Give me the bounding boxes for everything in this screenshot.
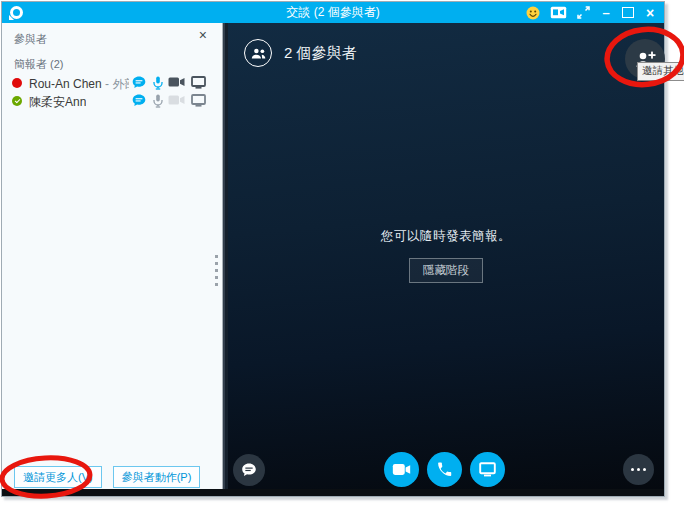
video-camera-icon (168, 76, 185, 88)
status-available-icon (12, 96, 22, 106)
im-icon (132, 94, 146, 107)
participant-count-label: 2 個參與者 (284, 44, 357, 63)
titlebar: 交談 (2 個參與者) – × (2, 2, 664, 23)
status-busy-icon (12, 78, 22, 88)
call-monitor-icon[interactable] (550, 6, 567, 19)
panel-close-icon[interactable]: × (199, 28, 207, 42)
monitor-icon (191, 76, 206, 89)
call-button[interactable] (427, 452, 462, 487)
stage-message: 您可以隨時發表簡報。 (228, 228, 664, 245)
meeting-stage: 2 個參與者 您可以隨時發表簡報。 隱藏階段 (228, 23, 664, 489)
fullscreen-icon[interactable] (577, 6, 590, 19)
minimize-button[interactable]: – (600, 8, 612, 18)
im-icon (132, 76, 146, 89)
participant-row[interactable]: Rou-An Chen - 外部網路 (2, 73, 222, 93)
participant-actions-button[interactable]: 參與者動作(P) (113, 466, 201, 488)
invite-tooltip: 邀請其他人 (637, 62, 684, 81)
participant-row[interactable]: 陳柔安Ann (2, 91, 222, 111)
participant-name: Rou-An Chen (29, 77, 102, 91)
panel-title: 參與者 (14, 32, 47, 47)
window-bottom-edge (2, 489, 664, 496)
presenters-group-label: 簡報者 (2) (14, 57, 64, 72)
participant-name: 陳柔安Ann (29, 95, 86, 109)
close-button[interactable]: × (644, 5, 656, 21)
more-options-button[interactable] (623, 454, 654, 485)
smiley-icon[interactable] (526, 6, 540, 20)
invite-more-people-button[interactable]: 邀請更多人(V) (14, 466, 102, 488)
ellipsis-icon (631, 468, 646, 471)
hide-stage-button[interactable]: 隱藏階段 (409, 258, 483, 283)
participant-suffix: - 外部網路 (102, 77, 129, 91)
im-toggle-button[interactable] (233, 454, 265, 486)
people-group-icon (244, 39, 272, 67)
maximize-button[interactable] (622, 7, 634, 18)
video-camera-off-icon (168, 94, 185, 106)
monitor-icon (191, 94, 206, 107)
mic-muted-icon (153, 94, 163, 108)
mic-icon (153, 76, 163, 90)
conversation-window: 交談 (2 個參與者) – × 參與者 × 簡報者 (2) Rou-A (1, 1, 665, 497)
participants-panel: 參與者 × 簡報者 (2) Rou-An Chen - 外部網路 (2, 23, 222, 489)
video-call-button[interactable] (384, 452, 419, 487)
present-button[interactable] (470, 452, 505, 487)
panel-resize-handle[interactable] (215, 255, 218, 286)
